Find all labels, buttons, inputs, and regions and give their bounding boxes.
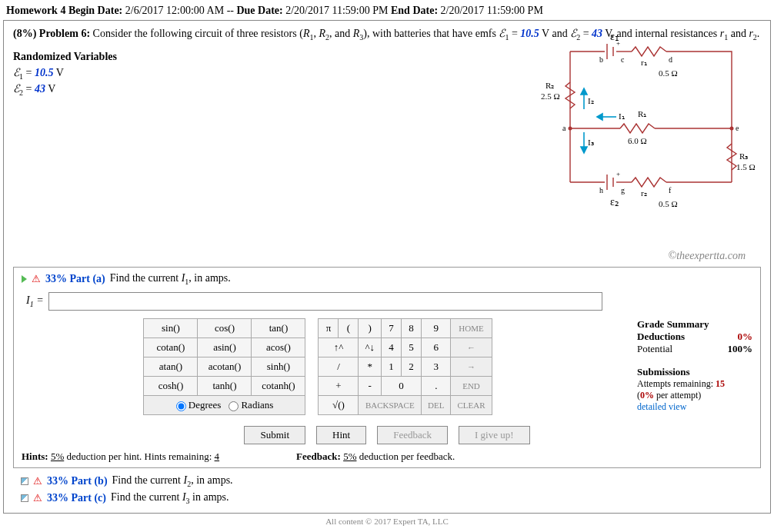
svg-marker-7	[581, 88, 587, 95]
svg-marker-9	[581, 147, 587, 153]
hint-button[interactable]: Hint	[316, 426, 366, 444]
key-cotan[interactable]: cotan()	[144, 338, 198, 357]
key-pi[interactable]: π	[319, 319, 339, 338]
hw-begin-label: Homework 4 Begin Date:	[6, 5, 122, 16]
svg-text:+: +	[616, 39, 620, 47]
key-4[interactable]: 4	[382, 338, 402, 357]
key-7[interactable]: 7	[382, 319, 402, 338]
key-2[interactable]: 2	[402, 357, 422, 377]
key-0[interactable]: 0	[382, 377, 422, 396]
mode-degrees[interactable]: Degrees	[176, 399, 222, 411]
svg-text:b: b	[599, 55, 603, 64]
answer-input[interactable]	[48, 292, 602, 311]
key-acotan[interactable]: acotan()	[198, 357, 252, 377]
svg-text:I₃: I₃	[588, 138, 594, 147]
answer-label: I1 =	[22, 294, 44, 308]
key-clear[interactable]: CLEAR	[451, 396, 492, 415]
expand-icon[interactable]	[21, 477, 28, 485]
hw-due-label: Due Date:	[236, 5, 282, 16]
problem-number: (8%) Problem 6:	[13, 28, 90, 39]
key-minus[interactable]: -	[359, 377, 382, 396]
action-buttons: Submit Hint Feedback I give up!	[22, 426, 752, 444]
svg-marker-5	[597, 114, 602, 120]
copyright-text: ©theexpertta.com	[13, 250, 746, 262]
key-div[interactable]: /	[319, 357, 359, 377]
angle-mode: Degrees Radians	[143, 396, 305, 415]
key-cos[interactable]: cos()	[198, 319, 252, 338]
svg-point-11	[730, 127, 734, 131]
circuit-diagram: ε₁ + ε₂ + r₁ 0.5 Ω r₂ 0.5 Ω R₂ 2.5 Ω R₁ …	[539, 28, 755, 221]
part-a-header: ⚠ 33% Part (a) Find the current I1, in a…	[22, 272, 752, 286]
key-exp-up[interactable]: ↑^	[319, 338, 359, 357]
key-8[interactable]: 8	[402, 319, 422, 338]
key-tan[interactable]: tan()	[252, 319, 305, 338]
key-cosh[interactable]: cosh()	[144, 377, 198, 396]
detailed-view-link[interactable]: detailed view	[637, 401, 752, 413]
svg-text:R₂: R₂	[545, 81, 554, 90]
svg-text:a: a	[562, 124, 566, 132]
expand-icon[interactable]	[21, 494, 28, 502]
expand-icon[interactable]	[22, 275, 27, 283]
svg-text:d: d	[669, 55, 672, 64]
key-acos[interactable]: acos()	[252, 338, 305, 357]
key-sinh[interactable]: sinh()	[252, 357, 305, 377]
hw-begin-date: 2/6/2017 12:00:00 AM	[125, 5, 224, 16]
key-5[interactable]: 5	[402, 338, 422, 357]
svg-text:e: e	[736, 124, 739, 132]
collapsed-parts: ⚠ 33% Part (b) Find the current I2, in a…	[13, 473, 761, 507]
key-mul[interactable]: *	[359, 357, 382, 377]
warning-icon: ⚠	[33, 475, 42, 487]
hw-end-label: End Date:	[391, 5, 438, 16]
key-tanh[interactable]: tanh()	[198, 377, 252, 396]
key-backspace[interactable]: BACKSPACE	[359, 396, 422, 415]
svg-text:g: g	[621, 186, 625, 195]
svg-text:h: h	[599, 186, 603, 195]
feedback-button[interactable]: Feedback	[377, 426, 448, 444]
key-lparen[interactable]: (	[339, 319, 359, 338]
assignment-header: Homework 4 Begin Date: 2/6/2017 12:00:00…	[3, 3, 771, 18]
warning-icon: ⚠	[32, 273, 41, 285]
key-atan[interactable]: atan()	[144, 357, 198, 377]
key-sqrt[interactable]: √()	[319, 396, 359, 415]
giveup-button[interactable]: I give up!	[459, 426, 530, 444]
svg-text:ε₂: ε₂	[610, 196, 619, 208]
key-end[interactable]: END	[451, 377, 492, 396]
key-dot[interactable]: .	[422, 377, 451, 396]
svg-text:r₁: r₁	[641, 58, 647, 67]
svg-text:r₂: r₂	[641, 188, 647, 198]
warning-icon: ⚠	[33, 492, 42, 504]
key-exp-down[interactable]: ^↓	[359, 338, 382, 357]
part-c-header[interactable]: ⚠ 33% Part (c) Find the current I3 in am…	[13, 490, 761, 507]
hints-feedback-info: Hints: 5% deduction per hint. Hints rema…	[22, 451, 752, 463]
key-home[interactable]: HOME	[451, 319, 492, 338]
answer-input-row: I1 =	[22, 292, 752, 311]
svg-text:6.0 Ω: 6.0 Ω	[628, 136, 647, 145]
key-asin[interactable]: asin()	[198, 338, 252, 357]
svg-text:R₃: R₃	[739, 151, 748, 161]
part-b-header[interactable]: ⚠ 33% Part (b) Find the current I2, in a…	[13, 473, 761, 490]
key-del[interactable]: DEL	[422, 396, 451, 415]
key-right[interactable]: →	[451, 357, 492, 377]
key-6[interactable]: 6	[422, 338, 451, 357]
hw-end-date: 2/20/2017 11:59:00 PM	[441, 5, 543, 16]
svg-text:0.5 Ω: 0.5 Ω	[659, 68, 678, 78]
function-keypad: sin()cos()tan() cotan()asin()acos() atan…	[143, 318, 305, 415]
hw-due-date: 2/20/2017 11:59:00 PM	[285, 5, 388, 16]
submit-button[interactable]: Submit	[244, 426, 305, 444]
svg-text:+: +	[616, 170, 620, 178]
key-plus[interactable]: +	[319, 377, 359, 396]
grade-summary: Grade Summary Deductions0% Potential100%…	[637, 318, 752, 415]
svg-text:I₂: I₂	[588, 96, 594, 105]
svg-text:c: c	[621, 55, 625, 64]
key-cotanh[interactable]: cotanh()	[252, 377, 305, 396]
key-1[interactable]: 1	[382, 357, 402, 377]
key-9[interactable]: 9	[422, 319, 451, 338]
svg-point-10	[569, 127, 572, 131]
mode-radians[interactable]: Radians	[229, 399, 273, 411]
part-a-container: ⚠ 33% Part (a) Find the current I1, in a…	[13, 267, 761, 468]
key-rparen[interactable]: )	[359, 319, 382, 338]
key-3[interactable]: 3	[422, 357, 451, 377]
page-footer: All content © 2017 Expert TA, LLC	[3, 517, 771, 526]
key-left[interactable]: ←	[451, 338, 492, 357]
key-sin[interactable]: sin()	[144, 319, 198, 338]
